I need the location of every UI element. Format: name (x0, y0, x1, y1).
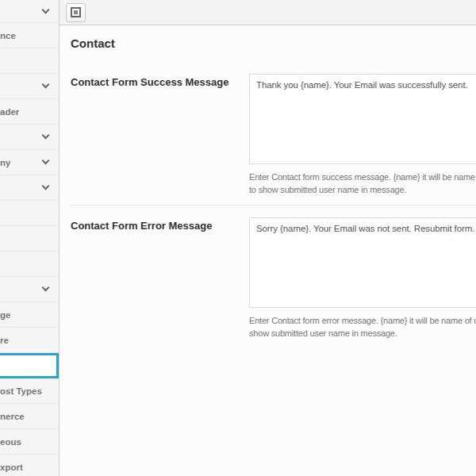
expand-options-button[interactable] (66, 3, 86, 22)
sidebar-item-nce[interactable]: nce (0, 23, 59, 48)
sidebar-item-label: ny (0, 158, 10, 167)
sidebar-item-11[interactable] (0, 277, 59, 302)
description-line: Enter Contact form success message. {nam… (249, 171, 476, 183)
sidebar-item-9[interactable] (0, 226, 59, 251)
field-input-error: Sorry {name}. Your Email was not sent. R… (249, 217, 476, 340)
chevron-down-icon (42, 157, 50, 165)
sidebar-item-ny[interactable]: ny (0, 150, 59, 175)
sidebar-item-active[interactable] (0, 353, 59, 378)
chevron-down-icon (42, 6, 50, 13)
chevron-down-icon (42, 284, 50, 292)
sidebar-item-2[interactable] (0, 48, 59, 74)
chevron-down-icon (42, 182, 50, 190)
description-line: Enter Contact form error message. {name}… (249, 314, 476, 327)
sidebar-item-label: ge (0, 310, 10, 320)
sidebar: nceadernygereost Typesnerceeousxport (0, 0, 60, 476)
field-row-error-message: Contact Form Error Message Sorry {name}.… (71, 217, 476, 340)
sidebar-item-10[interactable] (0, 251, 59, 277)
chevron-down-icon (42, 132, 50, 140)
sidebar-item-label: ader (0, 107, 19, 117)
field-row-success-message: Contact Form Success Message Thank you {… (71, 74, 476, 196)
field-input-success: Thank you {name}. Your Email was success… (249, 74, 476, 196)
sidebar-item-nerce[interactable]: nerce (0, 404, 59, 429)
sidebar-item-7[interactable] (0, 175, 59, 201)
content-panel: Contact Contact Form Success Message Tha… (60, 25, 476, 476)
sidebar-item-ader[interactable]: ader (0, 99, 59, 125)
expand-panel-icon-fill (74, 10, 78, 14)
field-divider (71, 205, 476, 205)
sidebar-item-label: ost Types (0, 386, 42, 396)
field-label-error: Contact Form Error Message (71, 217, 249, 232)
sidebar-item-8[interactable] (0, 201, 59, 226)
sidebar-item-eous[interactable]: eous (0, 429, 59, 455)
sidebar-item-ge[interactable]: ge (0, 302, 59, 328)
main-panel: Contact Contact Form Success Message Tha… (60, 0, 476, 476)
error-message-textarea[interactable]: Sorry {name}. Your Email was not sent. R… (249, 217, 476, 308)
sidebar-item-label: re (0, 336, 9, 345)
sidebar-item-re[interactable]: re (0, 328, 59, 353)
success-message-textarea[interactable]: Thank you {name}. Your Email was success… (249, 74, 476, 164)
sidebar-item-label: nerce (0, 412, 25, 421)
sidebar-item-0[interactable] (0, 0, 59, 23)
sidebar-item-5[interactable] (0, 125, 59, 150)
sidebar-item-label: xport (0, 463, 23, 472)
description-line: show submitted user name in message. (249, 327, 476, 340)
topbar (60, 0, 476, 25)
field-description-error: Enter Contact form error message. {name}… (249, 314, 476, 340)
section-title: Contact (71, 36, 476, 51)
sidebar-item-label: eous (0, 437, 21, 447)
field-label-success: Contact Form Success Message (71, 74, 249, 88)
sidebar-item-label: nce (0, 31, 16, 40)
sidebar-item-3[interactable] (0, 74, 59, 99)
expand-panel-icon (71, 7, 81, 17)
chevron-down-icon (42, 81, 50, 89)
field-description-success: Enter Contact form success message. {nam… (249, 171, 476, 196)
sidebar-item-ost-types[interactable]: ost Types (0, 378, 59, 404)
description-line: to show submitted user name in message. (249, 183, 476, 196)
sidebar-item-xport[interactable]: xport (0, 455, 59, 476)
theme-options-panel: nceadernygereost Typesnerceeousxport Con… (0, 0, 476, 476)
